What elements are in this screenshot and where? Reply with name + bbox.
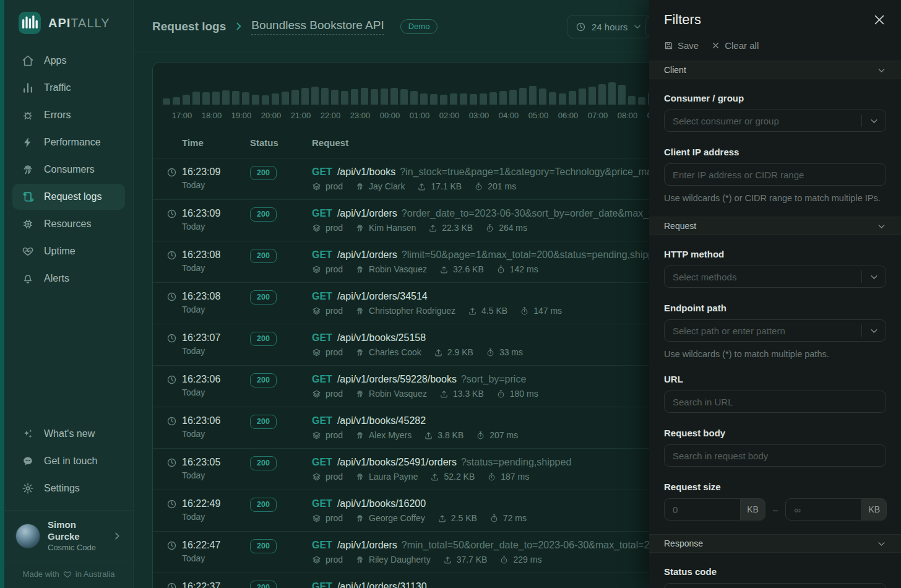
sidebar-item-label: Request logs — [44, 191, 101, 202]
consumer-group-select[interactable]: Select consumer or group — [664, 110, 886, 132]
sidebar-item-get-in-touch[interactable]: Get in touch — [12, 448, 125, 474]
request-body-search-input[interactable] — [664, 444, 886, 467]
client-ip-label: Client IP address — [664, 147, 886, 157]
endpoint-path-placeholder: Select path or enter pattern — [673, 326, 861, 336]
request-query: ?limit=50&page=1&max_total=200&status=pe… — [402, 249, 665, 260]
sidebar-item-settings[interactable]: Settings — [12, 475, 125, 501]
histogram-bar — [410, 91, 418, 105]
sidebar-item-label: Uptime — [44, 246, 75, 257]
breadcrumb-parent[interactable]: Request logs — [152, 20, 226, 33]
brand-logo[interactable]: APITALLY — [4, 0, 133, 43]
row-meta-text: 207 ms — [489, 430, 518, 440]
page-edge-strip — [0, 0, 4, 588]
histogram-bar — [440, 95, 447, 105]
row-meta-text: 3.8 KB — [438, 430, 463, 440]
section-client[interactable]: Client — [649, 61, 901, 79]
request-size-min-input[interactable] — [664, 498, 740, 521]
sidebar-item-apps[interactable]: Apps — [12, 48, 125, 74]
x-axis-tick-label: 23:00 — [350, 111, 371, 120]
row-date: Today — [182, 344, 250, 358]
chevron-down-icon — [877, 222, 886, 231]
url-label: URL — [664, 374, 886, 384]
sidebar-item-consumers[interactable]: Consumers — [12, 157, 125, 183]
row-meta-text: prod — [325, 513, 343, 523]
bell-icon — [22, 272, 34, 285]
request-method: GET — [312, 581, 332, 588]
histogram-bar — [598, 84, 606, 105]
row-meta-text: Kim Hansen — [369, 223, 416, 233]
sidebar-item-uptime[interactable]: Uptime — [12, 238, 125, 264]
histogram-bar — [638, 97, 645, 105]
sidebar-item-label: Errors — [44, 110, 71, 121]
row-date: Today — [182, 551, 250, 565]
request-path: /api/v1/orders — [337, 540, 397, 550]
row-meta-text: Christopher Rodriguez — [369, 306, 455, 316]
sidebar-item-request-logs[interactable]: Request logs — [12, 184, 125, 210]
environment-icon — [312, 306, 321, 316]
row-meta-text: prod — [325, 264, 343, 274]
sidebar-item-resources[interactable]: Resources — [12, 211, 125, 237]
consumer-group-label: Consumer / group — [664, 93, 886, 103]
sidebar-item-errors[interactable]: Errors — [12, 102, 125, 128]
section-response[interactable]: Response — [649, 534, 901, 553]
response-time-icon — [489, 514, 499, 523]
row-status-cell: 200 — [250, 538, 312, 553]
request-path: /api/v1/orders/34514 — [337, 291, 428, 301]
breadcrumb-current-app-selector[interactable]: Boundless Bookstore API — [251, 19, 384, 35]
sidebar-spacer — [4, 296, 133, 416]
sidebar-item-what-s-new[interactable]: What's new — [12, 421, 125, 447]
row-meta-text: 22.3 KB — [442, 223, 473, 233]
request-size-icon — [438, 514, 447, 523]
save-filters-button[interactable]: Save — [664, 40, 699, 51]
close-icon[interactable] — [873, 13, 886, 27]
row-meta-text: 2.5 KB — [451, 513, 477, 523]
chevron-right-icon — [112, 531, 122, 541]
row-date: Today — [182, 427, 250, 441]
clock-icon — [166, 582, 177, 588]
consumer-icon — [355, 223, 364, 233]
row-time-cell-icon — [153, 373, 182, 385]
request-size-min-unit: KB — [740, 498, 765, 521]
request-method: GET — [312, 166, 332, 177]
histogram-bar — [321, 88, 329, 105]
row-time-cell: 16:23:06Today — [182, 373, 250, 399]
consumer-icon — [355, 555, 364, 564]
x-axis-tick-label: 20:00 — [261, 111, 282, 120]
row-status-cell: 200 — [250, 580, 312, 588]
row-time-cell: 16:23:09Today — [182, 207, 250, 233]
sidebar-item-traffic[interactable]: Traffic — [12, 75, 125, 101]
row-time-cell-icon — [153, 456, 182, 468]
endpoint-path-select[interactable]: Select path or enter pattern — [664, 319, 886, 342]
status-code-select[interactable]: Select status codes — [664, 583, 886, 588]
section-request-label: Request — [664, 221, 696, 231]
user-profile[interactable]: Simon Gurcke Cosmic Code — [4, 510, 133, 561]
client-ip-input[interactable] — [664, 163, 886, 186]
status-badge: 200 — [250, 249, 277, 263]
row-time-cell-icon — [153, 497, 182, 509]
row-time: 16:23:06 — [182, 373, 250, 386]
request-path: /api/v1/books/16200 — [337, 498, 426, 509]
clear-all-filters-button[interactable]: Clear all — [711, 40, 759, 51]
endpoint-path-help: Use wildcards (*) to match multiple path… — [664, 349, 886, 359]
http-method-select[interactable]: Select methods — [664, 266, 886, 288]
row-meta-text: prod — [325, 306, 343, 316]
histogram-bar — [192, 92, 200, 105]
status-badge: 200 — [250, 581, 277, 588]
sidebar-item-performance[interactable]: Performance — [12, 129, 125, 155]
x-axis-tick-label: 08:00 — [618, 111, 638, 120]
time-range-label: 24 hours — [592, 22, 627, 32]
x-axis-tick-label: 05:00 — [528, 111, 549, 120]
row-status-cell: 200 — [250, 290, 312, 305]
column-status: Status — [250, 137, 312, 148]
row-meta-text: 32.6 KB — [453, 264, 484, 274]
request-query: ?sort_by=price — [461, 374, 526, 384]
section-request[interactable]: Request — [649, 217, 901, 235]
time-range-button[interactable]: 24 hours — [567, 15, 650, 38]
histogram-bar — [252, 95, 259, 105]
bolt-icon — [22, 136, 34, 149]
url-search-input[interactable] — [664, 391, 886, 413]
request-size-max-input[interactable] — [785, 498, 861, 521]
request-size-icon — [439, 265, 449, 274]
sidebar-item-alerts[interactable]: Alerts — [12, 266, 125, 292]
row-status-cell: 200 — [250, 497, 312, 512]
